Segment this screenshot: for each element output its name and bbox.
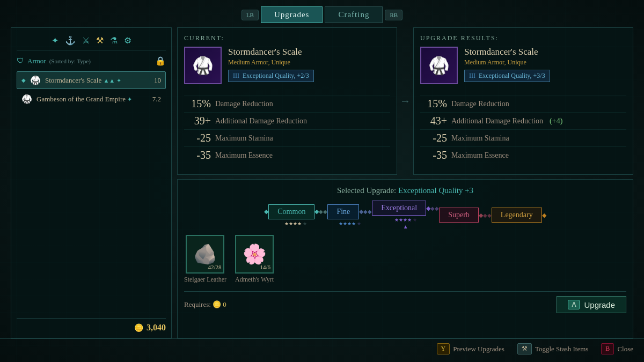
material-count-1: 42/28: [208, 264, 221, 270]
tier-common[interactable]: ◆ Common ◆ ◆◆ ★★★★★: [264, 204, 327, 226]
results-thumbnail: 🥋: [420, 47, 458, 84]
tab-crafting[interactable]: Crafting: [325, 6, 383, 23]
upgrade-label-key: Selected Upgrade:: [337, 186, 396, 195]
list-item[interactable]: ◆ 🥋 Stormdancer's Scale ▲▲ ✦ 10: [17, 71, 166, 89]
lb-trigger[interactable]: LB: [241, 10, 259, 20]
cat-icon-3[interactable]: ⚔: [82, 35, 90, 46]
gold-display: 🪙 3,040: [17, 318, 166, 333]
item-name: Stormdancer's Scale ▲▲ ✦: [45, 76, 150, 85]
requires-row: Requires: 🪙 0 A Upgrade: [184, 291, 626, 313]
stat-label: Damage Reduction: [451, 98, 509, 108]
stat-row: -35 Maximum Essence: [420, 146, 626, 164]
tier-legendary[interactable]: Legendary ◆: [492, 208, 546, 223]
tab-upgrades[interactable]: Upgrades: [261, 6, 323, 23]
panel-divider: →: [402, 27, 408, 175]
selected-upgrade-label: Selected Upgrade: Exceptional Quality +3: [184, 186, 626, 195]
stat-value: -35: [420, 149, 447, 161]
item-weight: 10: [154, 76, 161, 85]
right-content: CURRENT: 🥋 Stormdancer's Scale Medium Ar…: [177, 27, 633, 338]
armor-label: Armor: [27, 57, 46, 65]
stat-label: Maximum Stamina: [215, 132, 273, 143]
tier-box-exceptional[interactable]: Exceptional: [372, 201, 426, 216]
stat-value: -25: [184, 132, 211, 144]
stat-row: -25 Maximum Stamina: [420, 129, 626, 146]
stat-row: 15% Damage Reduction: [184, 95, 390, 112]
tier-exceptional[interactable]: Exceptional ◆ ◆◆ ★★★★★ ▲: [372, 201, 439, 230]
preview-key: Y: [437, 343, 450, 354]
tier-stars-fine: ★★★★★: [339, 221, 361, 226]
tier-stars-exceptional: ★★★★★: [394, 217, 417, 223]
close-action[interactable]: B Close: [601, 343, 633, 354]
tier-box-superb[interactable]: Superb: [439, 208, 479, 223]
gold-amount: 3,040: [147, 323, 166, 333]
cat-icon-5[interactable]: ⚗: [110, 35, 118, 46]
material-icon-2: 🌸: [243, 243, 267, 265]
stat-label: Maximum Essence: [215, 149, 273, 160]
material-icon-1: 🪨: [193, 243, 217, 265]
current-label: CURRENT:: [184, 34, 390, 42]
current-item-name: Stormdancer's Scale: [228, 47, 390, 57]
material-name-1: Stelgaer Leather: [184, 276, 226, 284]
top-navigation: LB Upgrades Crafting RB: [0, 0, 644, 27]
stat-row: 15% Damage Reduction: [420, 95, 626, 112]
material-name-2: Admeth's Wyrt: [235, 276, 274, 284]
upgrade-bottom-panel: Selected Upgrade: Exceptional Quality +3…: [177, 179, 633, 338]
upgrade-label-val2: Exceptional Quality +3: [398, 186, 473, 195]
tier-box-legendary[interactable]: Legendary: [492, 208, 542, 223]
upgrade-key: A: [568, 300, 580, 309]
current-details: Stormdancer's Scale Medium Armor, Unique…: [228, 47, 390, 82]
tier-box-fine[interactable]: Fine: [327, 204, 359, 219]
cat-icon-2[interactable]: ⚓: [65, 35, 76, 46]
stash-label: Toggle Stash Items: [535, 345, 588, 353]
stat-bonus: (+4): [550, 115, 562, 125]
lock-icon: 🔒: [155, 56, 166, 66]
item-stars: ▲▲ ✦: [103, 77, 121, 84]
item-weight: 7.2: [152, 95, 161, 104]
item-stars: ✦: [127, 96, 132, 102]
tier-fine[interactable]: Fine ◆ ◆◆ ★★★★★: [327, 204, 372, 226]
preview-upgrades-action[interactable]: Y Preview Upgrades: [437, 343, 504, 354]
list-item[interactable]: 🥋 Gambeson of the Grand Empire ✦ 7.2: [17, 90, 166, 108]
stat-row: 43+ Additional Damage Reduction (+4): [420, 112, 626, 129]
material-item: 🪨 42/28 Stelgaer Leather: [184, 235, 226, 284]
stat-value: -35: [184, 149, 211, 161]
quality-bars: III: [469, 72, 475, 80]
materials-row: 🪨 42/28 Stelgaer Leather 🌸 14/6 Admeth's…: [184, 235, 626, 284]
main-layout: ✦ ⚓ ⚔ ⚒ ⚗ ⚙ 🛡 Armor (Sorted by: Type) 🔒 …: [0, 27, 644, 338]
stat-label: Maximum Stamina: [451, 132, 509, 143]
material-item: 🌸 14/6 Admeth's Wyrt: [235, 235, 274, 284]
current-quality-badge: III Exceptional Quality, +2/3: [228, 70, 314, 82]
results-item-subtitle: Medium Armor, Unique: [464, 58, 626, 67]
upgrade-label: Upgrade: [584, 300, 615, 309]
results-quality-badge: III Exceptional Quality, +3/3: [464, 70, 550, 82]
quality-bars: III: [233, 72, 239, 80]
gold-icon: 🪙: [134, 323, 143, 333]
tier-selected-indicator: ▲: [403, 224, 408, 230]
tier-box-common[interactable]: Common: [268, 204, 314, 219]
stash-key: ⚒: [517, 343, 532, 354]
left-panel: ✦ ⚓ ⚔ ⚒ ⚗ ⚙ 🛡 Armor (Sorted by: Type) 🔒 …: [11, 27, 172, 338]
cat-icon-6[interactable]: ⚙: [124, 35, 131, 46]
current-stats: 15% Damage Reduction 39+ Additional Dama…: [184, 91, 390, 168]
cat-icon-1[interactable]: ✦: [52, 35, 58, 46]
close-label: Close: [617, 345, 633, 353]
rb-trigger[interactable]: RB: [385, 10, 402, 20]
item-list: ◆ 🥋 Stormdancer's Scale ▲▲ ✦ 10 🥋 Gambes…: [17, 71, 166, 108]
tier-superb[interactable]: Superb ◆ ◆◆: [439, 208, 492, 223]
current-panel: CURRENT: 🥋 Stormdancer's Scale Medium Ar…: [177, 27, 397, 175]
armor-icon: 🛡: [17, 57, 24, 65]
stat-label: Damage Reduction: [215, 98, 273, 108]
upgrade-button[interactable]: A Upgrade: [557, 296, 626, 313]
cat-icon-4[interactable]: ⚒: [96, 35, 104, 46]
stat-row: -35 Maximum Essence: [184, 146, 390, 164]
tier-stars-common: ★★★★★: [284, 221, 307, 226]
stat-value: 43+: [420, 115, 447, 127]
current-item-subtitle: Medium Armor, Unique: [228, 58, 390, 67]
stat-value: 15%: [184, 98, 211, 110]
current-item-info: 🥋 Stormdancer's Scale Medium Armor, Uniq…: [184, 47, 390, 84]
quality-text: Exceptional Quality, +2/3: [243, 72, 309, 80]
toggle-stash-action[interactable]: ⚒ Toggle Stash Items: [517, 343, 588, 354]
material-box-1: 🪨 42/28: [186, 235, 224, 274]
armor-sort: (Sorted by: Type): [49, 58, 91, 64]
stat-value: 39+: [184, 115, 211, 127]
